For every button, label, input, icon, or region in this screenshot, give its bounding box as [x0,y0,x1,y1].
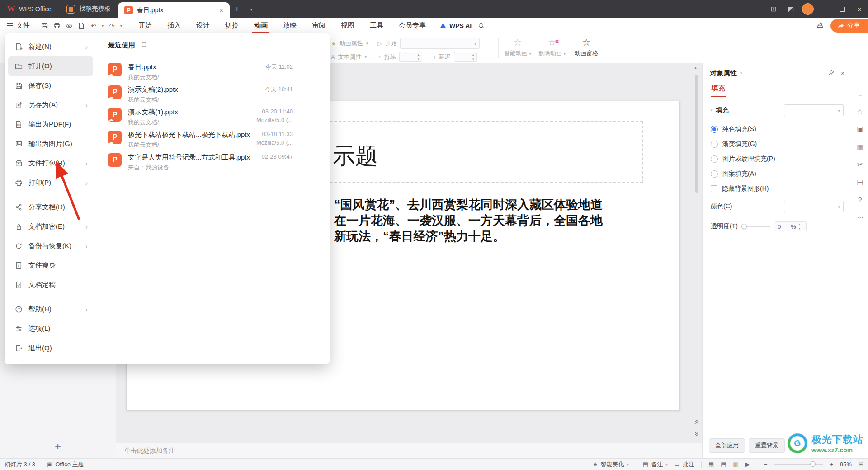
print-preview-icon[interactable] [63,18,75,33]
zoom-percent[interactable]: 95% [840,461,852,468]
menu-item-save-as[interactable]: 另存为(A)› [8,95,93,115]
fit-slide-icon[interactable]: ⊞ [859,461,863,468]
vertical-scrollbar[interactable]: ▴ [693,63,700,443]
recent-file-row[interactable]: P 文字是人类用符号记录...方式和工具.pptx 来自：我的设备 02-23 … [97,150,330,173]
layout-icon[interactable]: ▤ [857,178,863,186]
tab-view[interactable]: 视图 [333,18,362,33]
refresh-icon[interactable] [141,41,147,49]
apply-all-button[interactable]: 全部应用 [709,438,745,453]
clean-format-icon[interactable] [816,21,824,30]
chart-icon[interactable]: ▦ [857,143,863,150]
close-tab-icon[interactable]: × [219,6,223,14]
tab-tools[interactable]: 工具 [362,18,391,33]
redo-icon[interactable]: ↷ [106,18,118,33]
comments-button[interactable]: ▭ 批注 [675,461,694,469]
animation-start-combo[interactable]: ▾ [400,38,480,49]
smart-animation-button[interactable]: ☆ 智能动画 ▾ [501,36,534,61]
tab-transition[interactable]: 切换 [217,18,246,33]
animation-pane-button[interactable]: ☆ 动画窗格 [570,36,603,61]
notes-bar[interactable]: 单击此处添加备注 [116,443,702,458]
smart-beautify-button[interactable]: ★ 智能美化▾ [593,461,629,469]
section-collapse-caret[interactable]: ▾ [711,108,713,113]
reset-background-button[interactable]: 重置背景 [749,438,785,453]
tab-template[interactable]: ▤ 找稻壳模板 [59,0,118,18]
effects-star-icon[interactable]: ☆ [857,108,863,115]
menu-item-export-image[interactable]: 输出为图片(G) [8,134,93,154]
slide-body-text[interactable]: “国风赏花”、去川西赏梨花同时深入藏区体验地道 在一片花海、一袭汉服、一方天幕背… [334,197,603,244]
undo-icon[interactable]: ↶ [87,18,99,33]
previous-slide-button[interactable] [694,418,699,426]
text-property-dropdown[interactable]: A 文本属性 ▾ [331,52,367,62]
menu-item-slim[interactable]: 文件瘦身 [8,256,93,275]
color-combo[interactable]: ▾ [784,201,844,212]
new-tab-button[interactable]: + [230,0,244,18]
tab-insert[interactable]: 插入 [160,18,189,33]
undo-caret-icon[interactable]: ▾ [99,18,106,33]
next-slide-button[interactable] [694,431,699,438]
more-icon[interactable]: ⋯ [857,213,863,221]
menu-item-options[interactable]: 选项(L) [8,319,93,338]
pin-icon[interactable] [828,69,835,77]
menu-item-exit[interactable]: 退出(Q) [8,338,93,358]
share-button[interactable]: 分享 [830,19,868,33]
duration-stepper[interactable]: ▴▾ [399,52,422,62]
menu-item-save[interactable]: 保存(S) [8,76,93,95]
tab-member[interactable]: 会员专享 [391,18,434,33]
tab-design[interactable]: 设计 [189,18,217,33]
recent-file-row[interactable]: P☁ 演示文稿(2).pptx 我的云文档/ 今天 10:41 [97,82,330,105]
recent-file-row[interactable]: P☁ 演示文稿(1).pptx 我的云文档/ 03-20 11:40 Mozil… [97,105,330,127]
menu-item-print[interactable]: 打印(P)› [8,173,93,193]
menu-item-finalize[interactable]: 文档定稿 [8,275,93,295]
tab-wps-home[interactable]: W WPS Office [0,0,59,18]
menu-item-backup[interactable]: 备份与恢复(K)› [8,236,93,256]
avatar[interactable] [799,0,816,18]
menu-item-new[interactable]: 新建(N)› [8,37,93,56]
theme-item[interactable]: ▣ Office 主题 [47,461,84,469]
print-icon[interactable] [51,18,63,33]
export-pdf-icon[interactable] [75,18,87,33]
slide-title-text[interactable]: 示题 [333,141,378,171]
slide-sorter-icon[interactable]: ▤ [721,461,726,468]
menu-item-encrypt[interactable]: 文档加密(E)› [8,217,93,236]
close-button[interactable]: × [851,0,868,18]
collapse-panel-icon[interactable]: — [857,72,863,80]
menu-item-export-pdf[interactable]: PDF 输出为PDF(F) [8,115,93,134]
new-slide-button[interactable]: + [55,441,61,452]
fill-preset-combo[interactable]: ▾ [784,104,844,116]
layout-grid-icon[interactable]: ⊞ [765,0,782,18]
tab-animation[interactable]: 动画 [246,18,275,33]
delay-stepper[interactable]: ▴▾ [454,52,477,62]
transparency-stepper[interactable]: % ▴▾ [775,221,807,231]
zoom-out-icon[interactable]: − [764,461,768,468]
animation-property-dropdown[interactable]: ★ 动画属性 ▾ [331,38,368,49]
normal-view-icon[interactable]: ▦ [708,461,714,468]
theme-skin-icon[interactable]: ◩ [782,0,799,18]
scroll-up-icon[interactable]: ▴ [694,65,697,70]
notes-button[interactable]: ▤ 备注▾ [643,461,668,469]
recent-file-row[interactable]: P☁ 极光下载站极光下载站...极光下载站.pptx 我的云文档/ 03-18 … [97,127,330,150]
restore-button[interactable] [834,0,851,18]
search-button[interactable] [478,22,485,29]
wps-ai-button[interactable]: WPS AI [440,22,472,29]
slider-handle[interactable] [741,224,747,229]
file-menu-button[interactable]: 文件 [0,18,37,33]
option-pattern-fill[interactable]: 图案填充(A) [711,166,844,181]
reading-view-icon[interactable]: ▥ [733,461,739,468]
zoom-slider[interactable] [774,464,823,465]
option-gradient-fill[interactable]: 渐变填充(G) [711,136,844,151]
minimize-button[interactable]: — [816,0,834,18]
delete-animation-button[interactable]: ☆× 删除动画 ▾ [535,36,569,61]
close-panel-icon[interactable]: × [841,70,844,77]
menu-item-share-doc[interactable]: 分享文档(D) [8,197,93,217]
transparency-slider[interactable] [742,226,770,227]
tab-list-caret[interactable]: ▾ [244,0,259,18]
help-icon[interactable]: ? [858,196,862,203]
option-picture-fill[interactable]: 图片或纹理填充(P) [711,151,844,166]
tab-review[interactable]: 审阅 [304,18,333,33]
option-hide-background[interactable]: 隐藏背景图形(H) [711,181,844,196]
recent-file-row[interactable]: P☁ 春日.pptx 我的云文档/ 今天 11:02 [97,60,330,82]
menu-item-open[interactable]: 打开(O) [8,56,93,76]
panel-title-caret[interactable]: ▾ [740,71,742,75]
tab-home[interactable]: 开始 [131,18,160,33]
crop-icon[interactable]: ✂ [857,160,863,168]
